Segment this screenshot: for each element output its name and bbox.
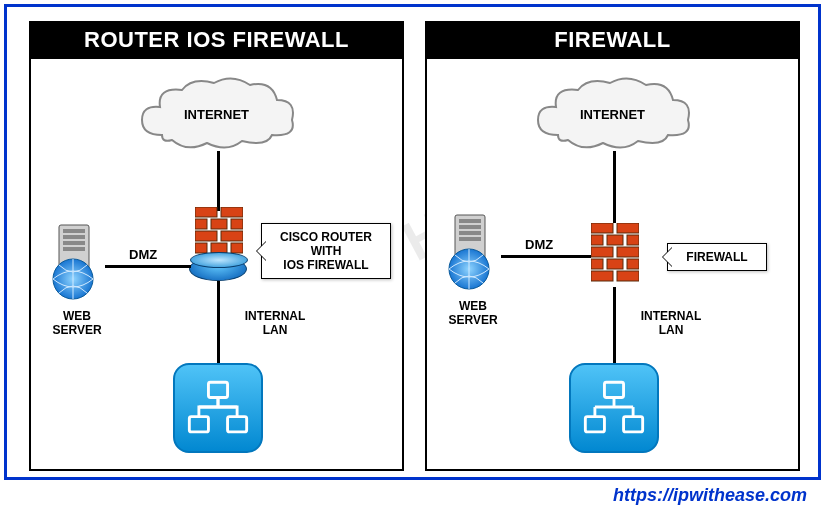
svg-rect-0: [195, 207, 217, 217]
svg-rect-21: [591, 223, 613, 233]
callout-left: CISCO ROUTER WITH IOS FIREWALL: [261, 223, 391, 279]
svg-rect-22: [617, 223, 639, 233]
svg-rect-25: [627, 235, 639, 245]
link-firewall-lan: [217, 281, 220, 363]
svg-rect-31: [591, 271, 613, 281]
link-cloud-firewall: [613, 151, 616, 223]
web-server-label-right: WEB SERVER: [439, 299, 507, 328]
svg-rect-41: [624, 417, 643, 432]
link-cloud-firewall: [217, 151, 220, 211]
internet-label: INTERNET: [580, 107, 645, 122]
svg-rect-1: [221, 207, 243, 217]
panel-firewall: FIREWALL INTERNET: [425, 21, 800, 471]
svg-rect-5: [195, 231, 217, 241]
dmz-label-right: DMZ: [525, 237, 553, 252]
svg-rect-39: [604, 382, 623, 397]
svg-rect-17: [189, 417, 208, 432]
diagram-right: INTERNET FIREWALL DMZ: [427, 59, 798, 469]
svg-rect-40: [585, 417, 604, 432]
svg-rect-27: [617, 247, 639, 257]
svg-rect-6: [221, 231, 243, 241]
svg-rect-11: [63, 229, 85, 233]
svg-rect-4: [231, 219, 243, 229]
link-firewall-dmz: [501, 255, 591, 258]
internet-label: INTERNET: [184, 107, 249, 122]
svg-rect-16: [208, 382, 227, 397]
svg-rect-12: [63, 235, 85, 239]
svg-rect-26: [591, 247, 613, 257]
dmz-label-left: DMZ: [129, 247, 157, 262]
svg-rect-37: [459, 237, 481, 241]
lan-icon: [173, 363, 263, 453]
svg-rect-24: [607, 235, 623, 245]
svg-rect-2: [195, 219, 207, 229]
svg-rect-30: [627, 259, 639, 269]
web-server-label-left: WEB SERVER: [43, 309, 111, 338]
web-server-icon: [45, 223, 109, 303]
svg-rect-34: [459, 219, 481, 223]
svg-rect-23: [591, 235, 603, 245]
panel-title-right: FIREWALL: [427, 23, 798, 59]
link-firewall-dmz: [105, 265, 191, 268]
panel-router-ios-firewall: ROUTER IOS FIREWALL INTERNET: [29, 21, 404, 471]
router-icon: [189, 257, 247, 281]
callout-left-text: CISCO ROUTER WITH IOS FIREWALL: [280, 230, 372, 272]
svg-rect-36: [459, 231, 481, 235]
svg-rect-7: [195, 243, 207, 253]
lan-icon: [569, 363, 659, 453]
svg-rect-28: [591, 259, 603, 269]
web-server-icon: [441, 213, 505, 293]
lan-label-left: INTERNAL LAN: [235, 309, 315, 338]
svg-rect-13: [63, 241, 85, 245]
lan-label-right: INTERNAL LAN: [631, 309, 711, 338]
diagram-frame: WWW.IPWITHEASE.COM ROUTER IOS FIREWALL I…: [4, 4, 821, 480]
svg-rect-18: [228, 417, 247, 432]
diagram-left: INTERNET CISCO ROUTER WITH IOS FIREWALL: [31, 59, 402, 469]
callout-right: FIREWALL: [667, 243, 767, 271]
svg-rect-29: [607, 259, 623, 269]
callout-right-text: FIREWALL: [686, 250, 747, 264]
firewall-icon: [591, 223, 639, 287]
svg-rect-9: [231, 243, 243, 253]
svg-rect-32: [617, 271, 639, 281]
svg-rect-35: [459, 225, 481, 229]
svg-rect-3: [211, 219, 227, 229]
source-url: https://ipwithease.com: [613, 485, 807, 506]
panel-title-left: ROUTER IOS FIREWALL: [31, 23, 402, 59]
svg-rect-14: [63, 247, 85, 251]
link-firewall-lan: [613, 287, 616, 363]
